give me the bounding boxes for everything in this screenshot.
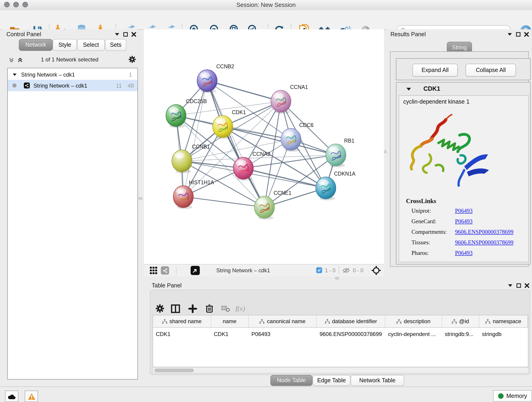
table-cell[interactable]: 9606.ENSP00000378699 xyxy=(317,328,385,340)
crosslink-value-link[interactable]: 9606.ENSP00000378699 xyxy=(455,229,513,236)
tab-network[interactable]: Network xyxy=(19,39,53,51)
network-options-gear-icon[interactable] xyxy=(128,56,136,63)
node-count: 11 xyxy=(116,82,122,89)
add-column-icon[interactable] xyxy=(188,304,197,313)
panel-menu-icon[interactable] xyxy=(114,32,120,36)
column-header-shared-name[interactable]: shared name xyxy=(153,315,211,327)
network-node-CDC6[interactable] xyxy=(281,128,301,152)
network-node-HIST1H1A[interactable] xyxy=(173,186,193,209)
column-header-label: namespace xyxy=(493,318,521,325)
column-header-description[interactable]: description xyxy=(385,315,442,327)
crosslink-row-tissues: Tissues:9606.ENSP00000378699 xyxy=(412,237,526,248)
table-options-gear-icon[interactable] xyxy=(155,304,165,313)
memory-button[interactable]: Memory xyxy=(493,390,532,402)
column-header-canonical-name[interactable]: canonical name xyxy=(249,315,317,327)
show-columns-icon[interactable] xyxy=(171,304,180,313)
fit-selected-crosshair-icon[interactable] xyxy=(371,265,381,275)
tab-node-table[interactable]: Node Table xyxy=(270,375,312,386)
column-header-label: database identifier xyxy=(332,318,377,325)
float-panel-icon[interactable] xyxy=(516,283,521,288)
card-expander-icon[interactable] xyxy=(406,87,412,91)
network-row[interactable]: String Network – cdk1 11 48 xyxy=(8,80,138,91)
node-label-CDKN1A: CDKN1A xyxy=(334,171,355,177)
network-thumbnail-icon[interactable] xyxy=(161,266,169,274)
expand-collapse-bar: Expand All Collapse All xyxy=(396,58,531,80)
crosslink-label: Compartments: xyxy=(412,229,455,236)
float-panel-icon[interactable] xyxy=(123,32,128,37)
table-cell[interactable]: CDK1 xyxy=(211,328,249,340)
control-panel: Control Panel Network Style Select Sets … xyxy=(2,29,138,386)
table-cell[interactable]: cyclin-dependent ... xyxy=(385,328,442,340)
close-panel-icon[interactable] xyxy=(132,32,136,37)
left-splitter-handle[interactable] xyxy=(138,197,143,200)
delete-table-icon[interactable] xyxy=(221,305,230,312)
column-header-namespace[interactable]: namespace xyxy=(479,315,528,327)
column-header--id[interactable]: @id xyxy=(442,315,479,327)
memory-status-dot xyxy=(498,393,504,399)
application-window: Session: New Session xyxy=(0,0,532,402)
network-canvas[interactable]: CCNB2CCNA1CDC25BCDK1CDC6RB1CCNB1CCNA2CDK… xyxy=(144,29,384,264)
close-panel-icon[interactable] xyxy=(525,283,529,288)
column-header-name[interactable]: name xyxy=(211,315,249,327)
table-header-row: shared namenamecanonical namedatabase id… xyxy=(153,315,528,328)
crosslink-value-link[interactable]: P06493 xyxy=(455,218,472,225)
table-horizontal-scrollbar[interactable] xyxy=(152,367,528,373)
tab-style[interactable]: Style xyxy=(53,39,77,51)
panel-menu-icon[interactable] xyxy=(507,32,512,36)
collapse-all-button[interactable]: Collapse All xyxy=(466,64,516,77)
expand-all-button[interactable]: Expand All xyxy=(412,64,458,77)
network-edge-CCNB2-CCNE1[interactable] xyxy=(207,81,264,207)
table-cell[interactable]: CDK1 xyxy=(153,328,211,340)
table-cell[interactable]: stringdb xyxy=(479,328,528,340)
column-header-label: name xyxy=(223,318,236,325)
table-row[interactable]: CDK1CDK1P064939606.ENSP00000378699cyclin… xyxy=(153,328,528,340)
tab-select[interactable]: Select xyxy=(77,39,105,51)
birdseye-view-icon[interactable] xyxy=(191,266,200,275)
delete-column-icon[interactable] xyxy=(205,304,214,313)
node-label-RB1: RB1 xyxy=(344,138,355,144)
crosslink-value-link[interactable]: 9606.ENSP00000378699 xyxy=(455,239,513,246)
table-cell[interactable]: P06493 xyxy=(249,328,317,340)
bottom-splitter-handle[interactable] xyxy=(335,277,339,280)
network-edge-CCNB2-CCNA1[interactable] xyxy=(207,81,281,101)
crosslink-row-uniprot: Uniprot:P06493 xyxy=(412,206,526,216)
column-header-database-identifier[interactable]: database identifier xyxy=(317,315,385,327)
close-panel-icon[interactable] xyxy=(524,32,529,37)
network-collection-row[interactable]: String Network – cdk1 1 xyxy=(8,68,138,80)
function-builder-icon[interactable]: f(x) xyxy=(235,305,245,313)
table-cell[interactable]: stringdb:9... xyxy=(442,328,479,340)
network-node-CCNA1[interactable] xyxy=(271,90,291,114)
tree-expander-icon[interactable] xyxy=(12,73,17,76)
selected-checkbox-icon[interactable] xyxy=(316,267,322,273)
network-edge-HIST1H1A-CCNE1[interactable] xyxy=(183,197,264,207)
network-node-CDKN1A[interactable] xyxy=(316,177,336,200)
network-node-CCNE1[interactable] xyxy=(254,196,274,220)
network-view-toolbar: String Network – cdk1 1 - 0 0 - 0 xyxy=(144,264,384,276)
tab-network-table[interactable]: Network Table xyxy=(351,375,404,386)
panel-menu-icon[interactable] xyxy=(508,284,513,287)
network-node-CCNB2[interactable] xyxy=(197,70,217,93)
footer-divider xyxy=(339,266,339,274)
cloud-status-button[interactable] xyxy=(5,390,18,402)
network-list: String Network – cdk1 1 String Network –… xyxy=(7,68,138,380)
network-node-CDC25B[interactable] xyxy=(166,104,186,128)
hidden-node-edge-counts: 0 - 0 xyxy=(353,268,363,273)
scrollbar-thumb[interactable] xyxy=(154,369,194,372)
network-node-CCNA2[interactable] xyxy=(233,157,253,181)
network-edge-CDK1-RB1[interactable] xyxy=(223,127,336,155)
tab-sets[interactable]: Sets xyxy=(105,39,127,51)
warnings-button[interactable] xyxy=(25,390,38,402)
crosslink-value-link[interactable]: P06493 xyxy=(455,250,472,257)
collection-count: 1 xyxy=(129,71,132,78)
table-body: CDK1CDK1P064939606.ENSP00000378699cyclin… xyxy=(153,328,528,340)
grid-view-icon[interactable] xyxy=(149,266,158,274)
node-result-body: cyclin-dependent kinase 1 xyxy=(399,95,529,262)
network-node-RB1[interactable] xyxy=(326,144,346,167)
float-panel-icon[interactable] xyxy=(516,32,520,37)
hidden-eye-icon[interactable] xyxy=(342,267,350,274)
main-toolbar: ? xyxy=(0,10,532,30)
column-header-label: @id xyxy=(459,318,469,325)
tab-edge-table[interactable]: Edge Table xyxy=(312,375,351,386)
column-type-icon xyxy=(325,319,330,324)
crosslink-value-link[interactable]: P06493 xyxy=(455,208,472,215)
